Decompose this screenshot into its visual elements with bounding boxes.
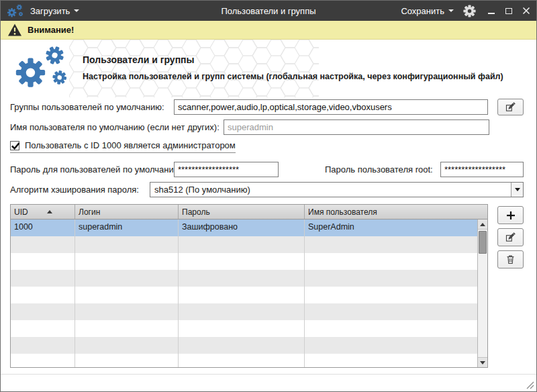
column-header-password[interactable]: Пароль: [179, 205, 305, 219]
admin-checkbox-row[interactable]: Пользователь с ID 1000 является админист…: [10, 140, 236, 153]
cell-name: SuperAdmin: [305, 219, 477, 236]
cell-uid: 1000: [11, 219, 75, 236]
root-password-label: Пароль пользователя root:: [325, 164, 433, 175]
default-password-input[interactable]: [174, 162, 279, 177]
default-username-input[interactable]: [224, 119, 489, 135]
close-button[interactable]: [522, 6, 531, 15]
status-bar: [1, 374, 536, 391]
trash-icon: [505, 254, 516, 265]
hexagon-pattern: [69, 40, 319, 97]
table-empty-row: [11, 270, 477, 287]
table-empty-row: [11, 253, 477, 270]
combo-arrow-button[interactable]: [511, 183, 523, 197]
warning-text: Внимание!: [28, 25, 74, 35]
chevron-down-icon: [515, 188, 520, 191]
chevron-down-icon: [74, 9, 79, 12]
edit-groups-button[interactable]: [497, 99, 524, 115]
scrollbar-thumb[interactable]: [479, 231, 487, 254]
titlebar[interactable]: Загрузить Пользователи и группы Сохранит…: [1, 1, 536, 21]
table-empty-row: [11, 287, 477, 303]
edit-user-button[interactable]: [497, 228, 524, 246]
save-menu-label: Сохранить: [401, 6, 444, 16]
minimize-button[interactable]: [487, 6, 496, 15]
table-scrollbar[interactable]: [477, 219, 487, 367]
load-menu-button[interactable]: Загрузить: [30, 6, 79, 16]
scroll-up-button[interactable]: [478, 219, 487, 230]
default-groups-input[interactable]: [174, 99, 488, 115]
edit-pencil-icon: [505, 232, 516, 243]
triangle-down-icon: [480, 361, 485, 364]
save-menu-button[interactable]: Сохранить: [401, 6, 454, 16]
default-username-label: Имя пользователя по умолчанию (если нет …: [10, 122, 219, 132]
edit-pencil-icon: [505, 101, 516, 113]
users-groups-gears-icon: [11, 45, 73, 91]
triangle-up-icon: [480, 223, 485, 226]
root-password-input[interactable]: [440, 162, 524, 177]
users-table: UID Логин Пароль Имя пользователя 1000 s…: [10, 204, 488, 368]
plus-icon: [505, 209, 517, 222]
admin-checkbox[interactable]: [10, 141, 19, 150]
app-gears-icon: [6, 4, 25, 18]
cell-password: Зашифровано: [179, 219, 305, 236]
table-empty-row: [11, 337, 477, 354]
close-icon: [522, 7, 530, 15]
table-header: UID Логин Пароль Имя пользователя: [11, 205, 487, 219]
default-groups-label: Группы пользователей по умолчанию:: [10, 102, 164, 112]
resize-grip[interactable]: [526, 381, 534, 389]
column-header-uid[interactable]: UID: [11, 205, 75, 219]
app-window: Загрузить Пользователи и группы Сохранит…: [0, 0, 537, 392]
page-title: Пользователи и группы: [83, 54, 195, 65]
table-empty-row: [11, 354, 477, 367]
column-header-name[interactable]: Имя пользователя: [305, 205, 487, 219]
delete-user-button[interactable]: [497, 250, 524, 268]
add-user-button[interactable]: [497, 206, 524, 224]
chevron-down-icon: [448, 9, 454, 12]
column-header-login[interactable]: Логин: [75, 205, 179, 219]
table-body: 1000 superadmin Зашифровано SuperAdmin: [11, 219, 477, 367]
load-menu-label: Загрузить: [30, 6, 70, 16]
cell-login: superadmin: [75, 219, 179, 236]
settings-gear-button[interactable]: [463, 5, 476, 17]
table-row-selected[interactable]: 1000 superadmin Зашифровано SuperAdmin: [11, 219, 477, 236]
admin-checkbox-label[interactable]: Пользователь с ID 1000 является админист…: [25, 140, 236, 150]
default-password-label: Пароль для пользователей по умолчанию:: [10, 164, 183, 175]
scroll-down-button[interactable]: [478, 357, 487, 367]
hash-algorithm-label: Алгоритм хэширования пароля:: [10, 185, 139, 195]
warning-banner: Внимание!: [1, 21, 536, 40]
checkmark-icon: [11, 141, 21, 151]
table-empty-row: [11, 303, 477, 320]
page-header: Пользователи и группы Настройка пользова…: [1, 40, 537, 99]
hash-algorithm-value: sha512 (По умолчанию): [150, 185, 511, 195]
hash-algorithm-select[interactable]: sha512 (По умолчанию): [150, 182, 524, 197]
table-empty-row: [11, 320, 477, 337]
warning-icon: [7, 23, 22, 37]
page-subtitle: Настройка пользователей и групп системы …: [83, 72, 526, 81]
sort-ascending-icon: [47, 210, 52, 213]
maximize-button[interactable]: [504, 6, 514, 15]
table-empty-row: [11, 236, 477, 253]
